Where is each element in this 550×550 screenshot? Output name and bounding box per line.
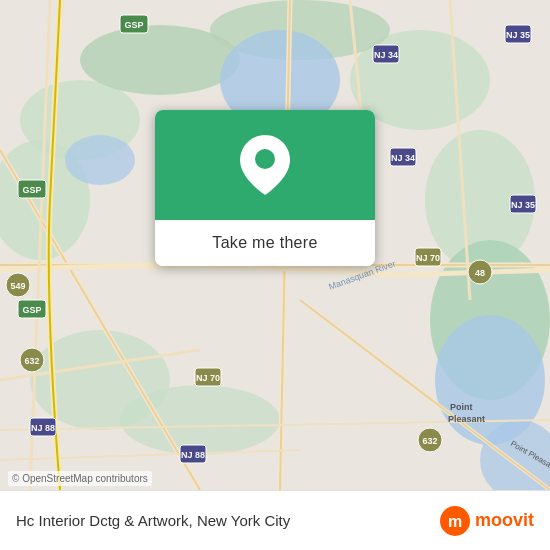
location-pin-icon xyxy=(240,135,290,195)
svg-text:m: m xyxy=(448,513,462,530)
svg-point-62 xyxy=(255,149,275,169)
svg-text:549: 549 xyxy=(10,281,25,291)
svg-text:Pleasant: Pleasant xyxy=(448,414,485,424)
svg-text:NJ 70: NJ 70 xyxy=(416,253,440,263)
take-me-there-button[interactable]: Take me there xyxy=(155,220,375,266)
svg-text:632: 632 xyxy=(24,356,39,366)
moovit-icon: m xyxy=(439,505,471,537)
location-name: Hc Interior Dctg & Artwork, New York Cit… xyxy=(16,512,439,529)
svg-text:NJ 70: NJ 70 xyxy=(196,373,220,383)
popup-card: Take me there xyxy=(155,110,375,266)
svg-text:GSP: GSP xyxy=(124,20,143,30)
bottom-bar: Hc Interior Dctg & Artwork, New York Cit… xyxy=(0,490,550,550)
map-attribution: © OpenStreetMap contributors xyxy=(8,471,152,486)
svg-text:NJ 34: NJ 34 xyxy=(374,50,398,60)
svg-text:48: 48 xyxy=(475,268,485,278)
svg-point-11 xyxy=(65,135,135,185)
svg-text:Point: Point xyxy=(450,402,473,412)
svg-text:GSP: GSP xyxy=(22,305,41,315)
map-container: GSP GSP GSP NJ 34 NJ 34 NJ 35 NJ 35 NJ 7… xyxy=(0,0,550,490)
moovit-logo: m moovit xyxy=(439,505,534,537)
svg-text:NJ 35: NJ 35 xyxy=(506,30,530,40)
svg-text:GSP: GSP xyxy=(22,185,41,195)
svg-text:NJ 35: NJ 35 xyxy=(511,200,535,210)
svg-text:NJ 34: NJ 34 xyxy=(391,153,415,163)
svg-text:632: 632 xyxy=(422,436,437,446)
svg-text:NJ 88: NJ 88 xyxy=(31,423,55,433)
popup-header xyxy=(155,110,375,220)
svg-text:NJ 88: NJ 88 xyxy=(181,450,205,460)
moovit-brand-text: moovit xyxy=(475,510,534,531)
